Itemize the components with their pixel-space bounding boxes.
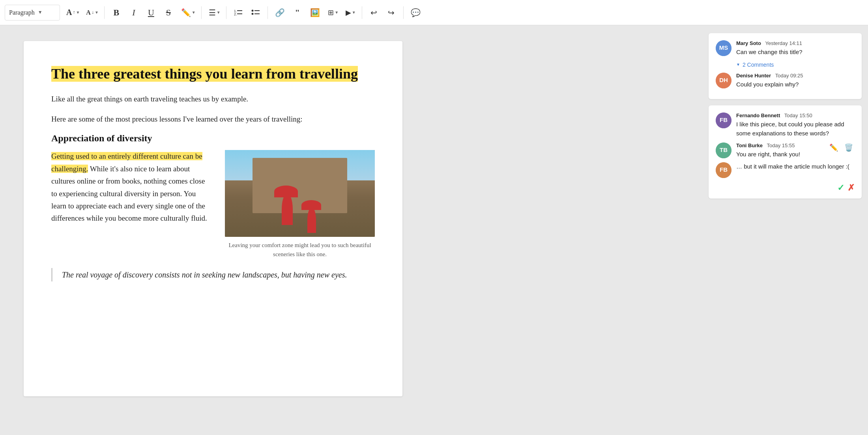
blockquote-section: The real voyage of discovery consists no… [51,268,375,281]
svg-point-6 [251,13,253,15]
toolbar-divider [226,6,226,19]
comment-author-mary: Mary Soto [736,40,761,46]
align-button[interactable]: ☰ ▼ [206,5,222,21]
comment-entry-fernando: FB Fernando Bennett Today 15:50 I like t… [716,112,855,138]
comment-body-fernando2: … but it will make the article much long… [736,162,855,178]
section-1-text[interactable]: Getting used to an entirely different cu… [51,150,212,224]
comment-text-fernando2: … but it will make the article much long… [736,162,855,171]
paragraph-1[interactable]: Like all the great things on earth trave… [51,93,375,105]
document-title-wrap: The three greatest things you learn from… [51,65,375,83]
svg-text:FB: FB [720,116,728,123]
travel-image [225,150,375,237]
svg-text:TB: TB [720,146,728,153]
chevron-down-icon: ▼ [95,10,99,15]
chevron-down-icon: ▼ [192,10,196,15]
svg-text:DH: DH [719,76,728,83]
avatar-fernando-bennett: FB [716,112,731,128]
image-caption: Leaving your comfort zone might lead you… [225,241,375,259]
svg-point-4 [251,9,253,11]
main-layout: The three greatest things you learn from… [0,25,868,435]
comment-meta-denise: Denise Hunter Today 09:25 [736,73,855,79]
blockquote-button[interactable]: " [290,5,305,21]
image-figure1 [282,193,293,225]
paragraph-select-label: Paragraph [9,9,35,16]
comment-entry-denise: DH Denise Hunter Today 09:25 Could you e… [716,73,855,89]
paragraph-style-select[interactable]: Paragraph ▼ [5,5,60,21]
comment-button[interactable]: 💬 [408,5,424,21]
comment-card-1: MS Mary Soto Yesterday 14:11 Can we chan… [709,33,862,99]
comment-text-denise: Could you explain why? [736,80,855,89]
avatar-mary-soto: MS [716,40,731,56]
comment-text-fernando: I like this piece, but could you please … [736,120,855,138]
underline-button[interactable]: U [143,5,159,21]
resolve-actions: ✓ ✗ [716,183,855,193]
comment-body-mary: Mary Soto Yesterday 14:11 Can we change … [736,40,855,57]
blockquote-text[interactable]: The real voyage of discovery consists no… [62,268,375,281]
comment-author-toni: Toni Burke [736,142,763,148]
comment-body-denise: Denise Hunter Today 09:25 Could you expl… [736,73,855,89]
comment-meta-toni: Toni Burke Today 15:55 [736,142,828,148]
comments-sidebar: MS Mary Soto Yesterday 14:11 Can we chan… [702,25,868,435]
chevron-down-icon: ▼ [352,10,356,15]
editor-area[interactable]: The three greatest things you learn from… [0,25,702,435]
svg-text:FB: FB [720,166,728,172]
section-1-heading[interactable]: Appreciation of diversity [51,133,375,144]
content-row: Getting used to an entirely different cu… [51,150,375,259]
toolbar-divider [201,6,202,19]
comment-meta-fernando: Fernando Bennett Today 15:50 [736,112,855,118]
comment-time-toni: Today 15:55 [767,142,795,148]
media-button[interactable]: ▶ ▼ [342,5,358,21]
comment-card-2: FB Fernando Bennett Today 15:50 I like t… [709,105,862,199]
font-size-decrease-button[interactable]: A ↓ ▼ [83,5,100,21]
redo-button[interactable]: ↪ [383,5,399,21]
comment-meta-mary: Mary Soto Yesterday 14:11 [736,40,855,46]
paragraph-2[interactable]: Here are some of the most precious lesso… [51,113,375,125]
normal-text[interactable]: While it's also nice to learn about cult… [51,165,207,222]
bold-button[interactable]: B [108,5,124,21]
expand-comments-button[interactable]: ▼ 2 Comments [736,62,855,68]
font-size-increase-button[interactable]: A ↑ ▼ [63,5,81,21]
chevron-down-icon: ▼ [335,10,339,15]
confirm-resolve-button[interactable]: ✓ [837,183,844,193]
italic-button[interactable]: I [126,5,142,21]
numbered-list-button[interactable]: 1. 2. [230,5,246,21]
toolbar-divider [403,6,404,19]
link-button[interactable]: 🔗 [272,5,288,21]
content-left: Getting used to an entirely different cu… [51,150,212,259]
comment-author-fernando: Fernando Bennett [736,112,780,118]
content-right: Leaving your comfort zone might lead you… [225,150,375,259]
toolbar-divider [362,6,362,19]
chevron-down-icon: ▼ [76,10,80,15]
delete-comment-button[interactable]: 🗑️ [843,142,855,153]
comment-time-denise: Today 09:25 [775,73,803,79]
image-button[interactable]: 🖼️ [307,5,323,21]
svg-text:MS: MS [719,44,728,51]
bullet-list-button[interactable] [248,5,264,21]
comment-text-toni: You are right, thank you! [736,150,828,159]
comment-time-fernando: Today 15:50 [784,112,812,118]
document-title[interactable]: The three greatest things you learn from… [51,66,358,82]
expand-comments-label: 2 Comments [743,62,774,68]
table-button[interactable]: ⊞ ▼ [325,5,340,21]
comment-time-mary: Yesterday 14:11 [765,40,802,46]
toolbar-divider [268,6,268,19]
comment-entry-mary: MS Mary Soto Yesterday 14:11 Can we chan… [716,40,855,57]
comment-entry-fernando2: FB … but it will make the article much l… [716,162,855,178]
toolbar-divider [104,6,105,19]
svg-text:2.: 2. [234,12,237,16]
edit-comment-button[interactable]: ✏️ [828,142,840,153]
highlight-button[interactable]: ✏️ ▼ [178,5,197,21]
comment-body-fernando: Fernando Bennett Today 15:50 I like this… [736,112,855,138]
comment-author-denise: Denise Hunter [736,73,771,79]
comment-body-toni: Toni Burke Today 15:55 You are right, th… [736,142,855,159]
editor-page: The three greatest things you learn from… [24,41,402,396]
avatar-denise-hunter: DH [716,73,731,88]
strikethrough-button[interactable]: S [161,5,176,21]
image-temple [253,158,347,213]
comment-actions-toni: ✏️ 🗑️ [828,142,855,153]
undo-button[interactable]: ↩ [366,5,382,21]
triangle-icon: ▼ [736,62,740,67]
cancel-resolve-button[interactable]: ✗ [847,183,855,193]
toolbar: Paragraph ▼ A ↑ ▼ A ↓ ▼ B I U S ✏️ ▼ ☰ ▼… [0,0,868,25]
image-figure2 [307,207,316,233]
